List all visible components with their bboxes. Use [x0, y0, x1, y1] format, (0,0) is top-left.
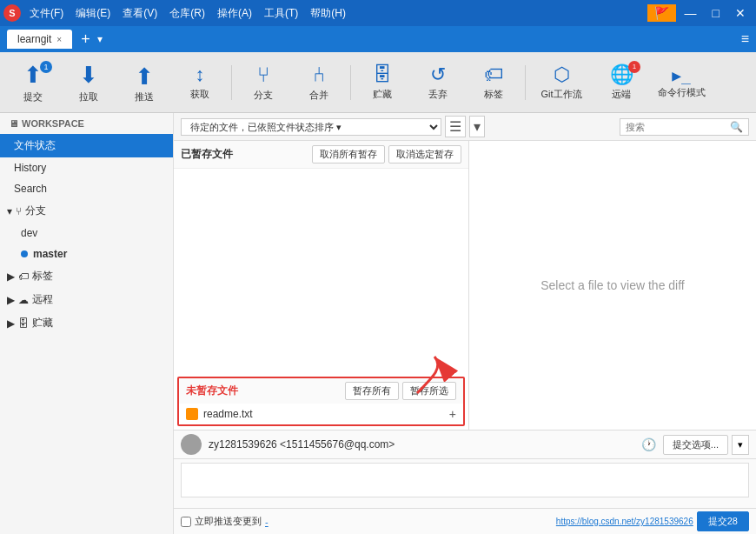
stash-collapse-icon: ▶ — [7, 317, 15, 330]
toolbar-remote[interactable]: 1 🌐 远端 — [595, 57, 647, 108]
file-sort-select[interactable]: 待定的文件，已依照文件状态排序 ▾ — [181, 118, 441, 136]
menu-help[interactable]: 帮助(H) — [305, 4, 351, 23]
toolbar-commit[interactable]: 1 ⬆ 提交 — [7, 57, 59, 108]
search-icon: 🔍 — [730, 121, 743, 133]
fetch-icon: ↕ — [196, 63, 205, 86]
tag-label: 标签 — [484, 88, 503, 101]
main-toolbar: 1 ⬆ 提交 ⬇ 拉取 ⬇ 推送 ↕ 获取 ⑂ 分支 ⑃ 合并 🗄 贮藏 ↺ 丢… — [0, 52, 756, 113]
menu-file[interactable]: 文件(F) — [24, 4, 69, 23]
menu-repo[interactable]: 仓库(R) — [164, 4, 210, 23]
file-name: readme.txt — [203, 408, 449, 420]
tag-icon: 🏷 — [484, 63, 503, 86]
staged-header: 已暂存文件 取消所有暂存 取消选定暂存 — [174, 141, 468, 169]
maximize-button[interactable]: □ — [706, 4, 726, 22]
remote-badge: 1 — [628, 61, 640, 73]
toolbar-discard[interactable]: ↺ 丢弃 — [412, 57, 464, 108]
cancel-all-staged-button[interactable]: 取消所有暂存 — [312, 145, 385, 164]
close-button[interactable]: ✕ — [728, 4, 753, 22]
sidebar-section-branch[interactable]: ▾ ⑂ 分支 — [0, 199, 173, 223]
toolbar-fetch[interactable]: ↕ 获取 — [174, 57, 226, 108]
tab-close-icon[interactable]: × — [56, 35, 62, 44]
gitflow-icon: ⬡ — [554, 63, 570, 86]
sidebar-branch-dev[interactable]: dev — [0, 223, 173, 244]
cancel-selected-staged-button[interactable]: 取消选定暂存 — [388, 145, 461, 164]
stage-selected-button[interactable]: 暂存所选 — [402, 382, 456, 400]
discard-icon: ↺ — [430, 63, 446, 86]
flag-button[interactable]: 🚩 — [647, 4, 676, 22]
minimize-button[interactable]: — — [678, 4, 704, 22]
push-link[interactable]: - — [265, 517, 269, 527]
toolbar-pull[interactable]: ⬇ 拉取 — [63, 57, 115, 108]
hamburger-menu[interactable]: ≡ — [741, 31, 749, 47]
title-bar-right: 🚩 — □ ✕ — [647, 4, 753, 22]
commit-label: 提交 — [23, 90, 43, 103]
workspace-icon: 🖥 — [9, 118, 18, 129]
final-commit-button[interactable]: 提交28 — [697, 511, 749, 531]
terminal-label: 命令行模式 — [658, 86, 706, 99]
commit-text-area — [174, 459, 756, 508]
sidebar-item-file-status[interactable]: 文件状态 — [0, 134, 173, 157]
current-branch-indicator — [21, 250, 28, 257]
app-logo: S — [3, 4, 21, 22]
branch-section-icon: ⑂ — [16, 205, 22, 217]
sidebar-section-remote[interactable]: ▶ ☁ 远程 — [0, 288, 173, 311]
right-panel: Select a file to view the diff — [469, 141, 756, 430]
commit-message-input[interactable] — [181, 463, 749, 497]
sidebar-section-stash[interactable]: ▶ 🗄 贮藏 — [0, 311, 173, 335]
toolbar-branch[interactable]: ⑂ 分支 — [237, 57, 289, 108]
merge-label: 合并 — [309, 89, 328, 102]
title-bar: S 文件(F) 编辑(E) 查看(V) 仓库(R) 操作(A) 工具(T) 帮助… — [0, 0, 756, 26]
stash-section-icon: 🗄 — [18, 317, 29, 330]
fetch-label: 获取 — [190, 88, 209, 101]
add-tab-arrow[interactable]: ▾ — [97, 33, 103, 45]
toolbar-divider-2 — [350, 65, 351, 100]
push-immediately-checkbox[interactable] — [181, 517, 191, 527]
staged-files-area — [174, 169, 468, 373]
clock-icon[interactable]: 🕐 — [641, 437, 656, 451]
toolbar-gitflow[interactable]: ⬡ Git工作流 — [531, 57, 592, 108]
commit-btn-area: 提交选项... ▾ — [663, 435, 749, 455]
user-avatar — [181, 434, 202, 455]
commit-header: zy1281539626 <1511455676@qq.com> 🕐 提交选项.… — [174, 431, 756, 459]
stage-file-button[interactable]: + — [449, 407, 456, 421]
staged-title: 已暂存文件 — [181, 147, 308, 162]
unstaged-header: 未暂存文件 暂存所有 暂存所选 — [179, 378, 463, 404]
sidebar-section-tags[interactable]: ▶ 🏷 标签 — [0, 264, 173, 288]
commit-options-arrow[interactable]: ▾ — [732, 435, 749, 455]
toolbar-terminal[interactable]: ▶_ 命令行模式 — [651, 57, 712, 108]
toolbar-merge[interactable]: ⑃ 合并 — [293, 57, 345, 108]
status-url[interactable]: https://blog.csdn.net/zy1281539626 — [556, 517, 693, 526]
toolbar-push[interactable]: ⬇ 推送 — [118, 57, 170, 108]
stage-all-button[interactable]: 暂存所有 — [345, 382, 399, 400]
tab-learngit[interactable]: learngit × — [7, 30, 72, 49]
menu-view[interactable]: 查看(V) — [117, 4, 162, 23]
split-content: 已暂存文件 取消所有暂存 取消选定暂存 未暂存文件 暂存所有 暂存所选 read… — [174, 141, 756, 430]
toolbar-stash[interactable]: 🗄 贮藏 — [356, 57, 408, 108]
sidebar-branch-master[interactable]: master — [0, 244, 173, 264]
menu-edit[interactable]: 编辑(E) — [70, 4, 116, 23]
stash-icon: 🗄 — [373, 63, 392, 86]
filter-arrow-icon[interactable]: ▾ — [469, 116, 485, 137]
toolbar-divider-1 — [231, 65, 232, 100]
sidebar-item-search[interactable]: Search — [0, 178, 173, 199]
tags-section-icon: 🏷 — [18, 270, 29, 283]
unstaged-title: 未暂存文件 — [186, 384, 342, 398]
search-input[interactable] — [626, 122, 730, 132]
title-bar-left: S 文件(F) 编辑(E) 查看(V) 仓库(R) 操作(A) 工具(T) 帮助… — [3, 4, 351, 23]
branch-icon: ⑂ — [257, 63, 269, 87]
menu-action[interactable]: 操作(A) — [212, 4, 257, 23]
sidebar-item-history[interactable]: History — [0, 157, 173, 178]
remote-section-icon: ☁ — [18, 294, 29, 306]
toolbar-tag[interactable]: 🏷 标签 — [468, 57, 520, 108]
workspace-label: 🖥 WORKSPACE — [0, 113, 173, 134]
menu-tools[interactable]: 工具(T) — [259, 4, 303, 23]
terminal-icon: ▶_ — [672, 66, 691, 84]
filter-icon[interactable]: ☰ — [445, 116, 466, 137]
search-box[interactable]: 🔍 — [620, 118, 749, 136]
commit-options-button[interactable]: 提交选项... — [663, 435, 728, 455]
unstaged-section: 未暂存文件 暂存所有 暂存所选 readme.txt + — [177, 377, 465, 426]
remote-collapse-icon: ▶ — [7, 294, 15, 306]
tags-collapse-icon: ▶ — [7, 270, 15, 283]
title-menu: 文件(F) 编辑(E) 查看(V) 仓库(R) 操作(A) 工具(T) 帮助(H… — [24, 4, 351, 23]
add-tab-button[interactable]: + — [74, 30, 97, 49]
